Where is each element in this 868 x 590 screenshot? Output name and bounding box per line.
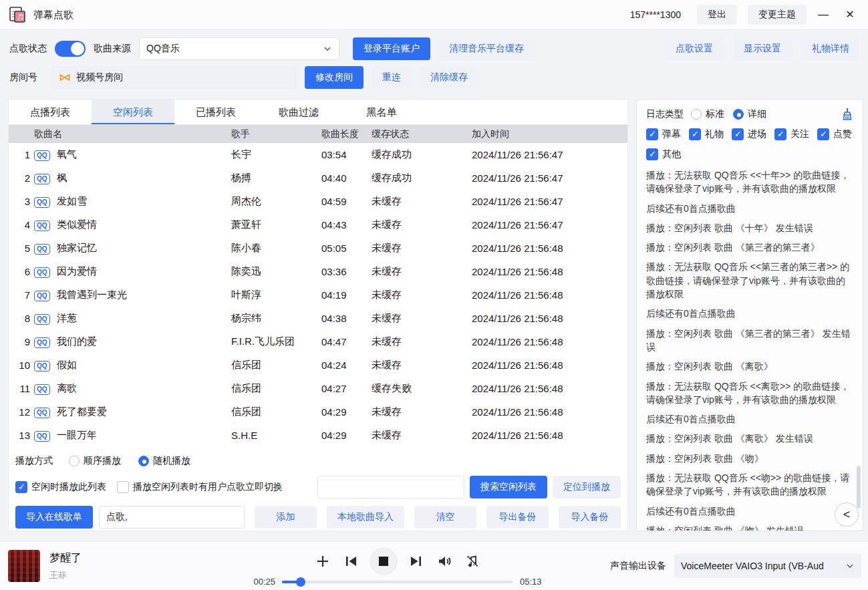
qq-music-badge-icon: QQ — [34, 291, 50, 301]
row-index: 13 — [15, 430, 34, 441]
checkbox-checked-icon[interactable] — [646, 148, 658, 160]
close-button[interactable]: ✕ — [840, 5, 860, 25]
table-row[interactable]: 3 QQ 发如雪 周杰伦 04:59 未缓存 2024/11/26 21:56:… — [9, 190, 627, 213]
checkbox-unchecked-icon[interactable] — [117, 481, 129, 493]
locate-playing-button[interactable]: 定位到播放 — [553, 476, 621, 498]
gift-details-button[interactable]: 礼物详情 — [801, 37, 860, 60]
log-filter-item[interactable]: 关注 — [774, 128, 809, 140]
audio-output-select[interactable]: VoiceMeeter VAIO3 Input (VB-Aud — [674, 554, 861, 578]
row-index: 2 — [15, 172, 34, 184]
length-cell: 04:47 — [321, 336, 372, 347]
table-row[interactable]: 5 QQ 独家记忆 陈小春 05:05 未缓存 2024/11/26 21:56… — [9, 237, 627, 260]
row-index: 9 — [15, 336, 34, 347]
table-row[interactable]: 1 QQ 氧气 长宇 03:54 缓存成功 2024/11/26 21:56:4… — [9, 143, 627, 166]
room-input[interactable]: 视频号房间 — [52, 66, 297, 89]
song-status-toggle[interactable] — [55, 41, 86, 57]
reconnect-button[interactable]: 重连 — [372, 66, 412, 89]
song-source-select[interactable]: QQ音乐 — [139, 37, 339, 60]
checkbox-checked-icon[interactable] — [774, 128, 786, 140]
checkbox-checked-icon[interactable] — [817, 128, 829, 140]
checkbox-checked-icon[interactable] — [689, 128, 701, 140]
artist-cell: 信乐团 — [231, 382, 321, 395]
qq-music-badge-icon: QQ — [34, 408, 50, 418]
radio-icon[interactable] — [691, 109, 702, 120]
log-type-detailed-option[interactable]: 详细 — [733, 108, 766, 120]
switch-on-request-checkbox-item[interactable]: 播放空闲列表时有用户点歌立即切换 — [117, 481, 283, 493]
song-settings-button[interactable]: 点歌设置 — [665, 37, 724, 60]
log-filter-item[interactable]: 弹幕 — [646, 128, 681, 140]
cache-status-cell: 未缓存 — [372, 406, 472, 418]
random-play-option[interactable]: 随机播放 — [138, 455, 190, 467]
tab-idle-list[interactable]: 空闲列表 — [92, 100, 174, 124]
tab-song-filter[interactable]: 歌曲过滤 — [257, 100, 340, 124]
row-index: 11 — [15, 383, 34, 394]
add-song-input[interactable] — [99, 506, 245, 529]
song-name-cell: 类似爱情 — [57, 218, 231, 231]
clear-cache-button[interactable]: 清除缓存 — [420, 66, 478, 89]
table-row[interactable]: 11 QQ 离歌 信乐团 04:27 缓存失败 2024/11/26 21:56… — [9, 377, 627, 400]
log-filter-item[interactable]: 礼物 — [689, 128, 724, 140]
radio-selected-icon[interactable] — [138, 456, 149, 466]
log-filter-item[interactable]: 点赞 — [817, 128, 852, 140]
tab-request-list[interactable]: 点播列表 — [9, 100, 92, 124]
table-row[interactable]: 10 QQ 假如 信乐团 04:24 未缓存 2024/11/26 21:56:… — [9, 353, 627, 377]
log-filter-item[interactable]: 进场 — [732, 128, 766, 140]
add-song-icon[interactable] — [313, 552, 332, 571]
desktop-lyrics-off-icon[interactable] — [463, 552, 482, 571]
table-row[interactable]: 6 QQ 因为爱情 陈奕迅 03:36 未缓存 2024/11/26 21:56… — [9, 260, 627, 283]
login-platform-button[interactable]: 登录平台账户 — [353, 37, 430, 60]
table-row[interactable]: 4 QQ 类似爱情 萧亚轩 04:43 未缓存 2024/11/26 21:56… — [9, 213, 627, 237]
artist-cell: 杨搏 — [231, 172, 321, 184]
tab-blacklist[interactable]: 黑名单 — [340, 100, 423, 124]
table-row[interactable]: 13 QQ 一眼万年 S.H.E 04:29 未缓存 2024/11/26 21… — [9, 424, 627, 447]
import-backup-button[interactable]: 导入备份 — [559, 506, 621, 529]
sequential-play-option[interactable]: 顺序播放 — [69, 455, 121, 467]
local-import-button[interactable]: 本地歌曲导入 — [327, 506, 404, 529]
volume-icon[interactable] — [435, 552, 454, 571]
collapse-log-button[interactable]: < — [835, 502, 859, 527]
table-row[interactable]: 8 QQ 洋葱 杨宗纬 04:38 未缓存 2024/11/26 21:56:4… — [9, 307, 627, 330]
display-settings-button[interactable]: 显示设置 — [733, 37, 792, 60]
add-button[interactable]: 添加 — [255, 506, 317, 529]
log-scrollbar-thumb[interactable] — [857, 466, 861, 508]
log-filter-item[interactable]: 其他 — [646, 148, 681, 160]
length-cell: 03:54 — [321, 149, 372, 160]
logout-button[interactable]: 登出 — [697, 5, 737, 25]
previous-track-icon[interactable] — [341, 552, 360, 571]
search-idle-list-button[interactable]: 搜索空闲列表 — [470, 476, 547, 498]
clean-platform-cache-button[interactable]: 清理音乐平台缓存 — [438, 37, 535, 60]
log-entry: 播放：无法获取 QQ音乐 <<离歌>> 的歌曲链接，请确保登录了vip账号，并有… — [646, 380, 853, 407]
clear-list-button[interactable]: 清空 — [414, 506, 476, 529]
stop-icon[interactable] — [370, 547, 398, 575]
checkbox-checked-icon[interactable] — [732, 128, 744, 140]
log-type-standard-option[interactable]: 标准 — [691, 108, 724, 120]
checkbox-checked-icon[interactable] — [646, 128, 658, 140]
export-backup-button[interactable]: 导出备份 — [486, 506, 549, 529]
checkbox-checked-icon[interactable] — [15, 481, 27, 493]
table-row[interactable]: 2 QQ 枫 杨搏 04:40 缓存成功 2024/11/26 21:56:47 — [9, 166, 627, 190]
radio-icon[interactable] — [69, 456, 80, 466]
modify-room-button[interactable]: 修改房间 — [305, 66, 364, 89]
next-track-icon[interactable] — [407, 552, 426, 571]
cache-status-cell: 未缓存 — [372, 265, 472, 278]
table-row[interactable]: 7 QQ 我曾遇到一束光 叶斯淳 04:19 未缓存 2024/11/26 21… — [9, 283, 627, 307]
table-row[interactable]: 9 QQ 我们的爱 F.I.R.飞儿乐团 04:47 未缓存 2024/11/2… — [9, 330, 627, 353]
cache-status-cell: 未缓存 — [372, 335, 472, 348]
progress-track[interactable] — [282, 581, 513, 583]
tab-played-list[interactable]: 已播列表 — [174, 100, 257, 124]
cache-status-cell: 未缓存 — [372, 429, 472, 442]
table-row[interactable]: 12 QQ 死了都要爱 信乐团 04:29 未缓存 2024/11/26 21:… — [9, 400, 627, 424]
radio-selected-icon[interactable] — [733, 109, 744, 120]
import-online-playlist-button[interactable]: 导入在线歌单 — [15, 506, 93, 529]
log-entry: 播放：空闲列表 歌曲 《十年》 发生错误 — [646, 221, 853, 235]
row-index: 1 — [15, 149, 34, 160]
artist-cell: 长宇 — [231, 148, 321, 161]
change-theme-button[interactable]: 变更主题 — [748, 5, 807, 25]
idle-play-checkbox-item[interactable]: 空闲时播放此列表 — [15, 481, 106, 493]
minimize-button[interactable]: — — [813, 5, 833, 25]
log-entry: 播放：空闲列表 歌曲 《离歌》 发生错误 — [646, 432, 853, 445]
idle-search-input[interactable] — [317, 476, 464, 498]
artist-cell: 信乐团 — [231, 359, 321, 372]
clear-log-broom-icon[interactable] — [841, 108, 853, 121]
progress-thumb[interactable] — [296, 577, 305, 587]
